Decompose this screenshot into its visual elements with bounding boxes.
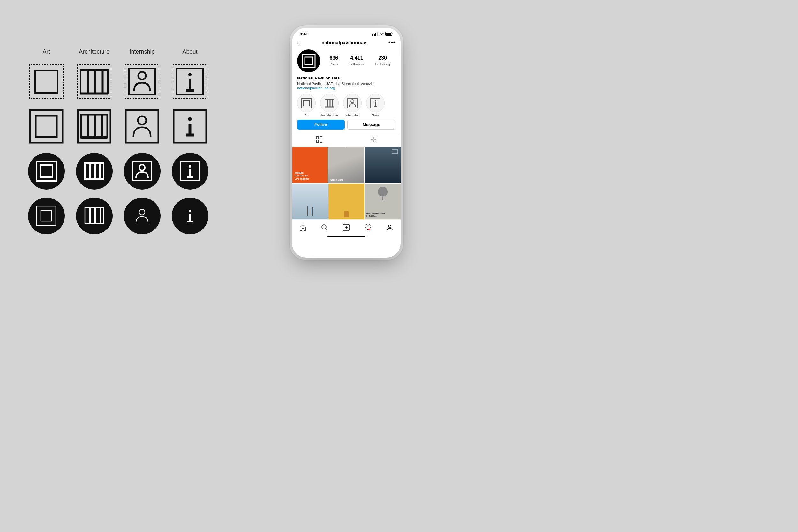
posts-stat: 636 Posts (329, 55, 338, 67)
icon-art-solid (25, 106, 67, 147)
nav-heart[interactable] (362, 223, 375, 232)
tagged-tab[interactable] (346, 133, 401, 147)
label-art: Art (25, 49, 67, 55)
posts-label: Posts (329, 62, 338, 66)
highlight-art[interactable]: Art (297, 94, 316, 117)
more-options-button[interactable]: ••• (388, 39, 396, 46)
icon-architecture-circle-thin (73, 195, 115, 236)
nav-home[interactable] (297, 223, 309, 232)
icon-art-circle-thin (25, 195, 67, 236)
highlight-about-label: About (371, 114, 380, 117)
bottom-nav (292, 219, 401, 234)
icon-row-4-circle-thin (22, 195, 274, 236)
profile-description: National Pavilion UAE - La Biennale di V… (297, 81, 396, 86)
signal-icon (372, 32, 378, 36)
post-wetland[interactable]: Wetland:How Will WeLive Together (292, 147, 328, 183)
post-yellow-person[interactable] (328, 184, 364, 219)
icon-art-circle-bold (25, 150, 67, 192)
followers-stat[interactable]: 4,411 Followers (349, 55, 364, 67)
following-count: 230 (375, 55, 390, 61)
post-wetland-text: Wetland:How Will WeLive Together (294, 171, 325, 180)
post-sky-poles[interactable] (292, 184, 328, 219)
profile-link[interactable]: nationalpavilionuae.org (297, 86, 396, 90)
post-salt-mars-caption: Salt in Mars (330, 179, 362, 181)
profile-header: ‹ nationalpavilionuae ••• (292, 38, 401, 90)
svg-point-51 (189, 210, 191, 212)
phone-container: 9:41 (287, 28, 405, 258)
profile-name: National Pavilion UAE (297, 76, 396, 80)
highlight-internship-label: Internship (345, 114, 359, 117)
icon-about-solid (169, 106, 211, 147)
svg-rect-44 (41, 210, 52, 221)
status-time: 9:41 (300, 32, 308, 36)
home-indicator (292, 234, 401, 239)
svg-point-80 (373, 138, 375, 140)
svg-rect-16 (30, 110, 62, 142)
icon-grid-panel: Art Architecture Internship About (22, 49, 274, 236)
svg-rect-63 (304, 100, 309, 106)
highlight-architecture-label: Architecture (321, 114, 338, 117)
message-button[interactable]: Message (347, 120, 396, 130)
post-grid: Wetland:How Will WeLive Together Salt in… (292, 147, 401, 219)
svg-rect-59 (386, 33, 391, 35)
svg-line-82 (326, 228, 328, 230)
svg-rect-78 (320, 140, 322, 142)
phone-inner: 9:41 (292, 28, 401, 258)
grid-view-tab[interactable] (292, 133, 346, 147)
battery-icon (385, 32, 393, 36)
icon-labels-row: Art Architecture Internship About (22, 49, 274, 55)
label-internship: Internship (121, 49, 163, 55)
svg-point-10 (138, 72, 146, 79)
profile-actions: Follow Message (292, 120, 401, 133)
icon-about-circle-thin (169, 195, 211, 236)
highlight-architecture-circle (320, 94, 339, 112)
svg-rect-8 (125, 65, 159, 99)
icon-internship-pixel (121, 61, 163, 102)
svg-rect-24 (126, 110, 158, 142)
icon-architecture-pixel (73, 61, 115, 102)
highlight-internship[interactable]: Internship (343, 94, 362, 117)
wifi-icon (379, 32, 384, 36)
profile-avatar (297, 50, 320, 73)
svg-rect-62 (302, 98, 311, 108)
svg-point-27 (188, 117, 192, 121)
nav-add[interactable] (340, 223, 353, 232)
icon-art-pixel (25, 61, 67, 102)
nav-profile[interactable] (383, 223, 396, 232)
tag-icon (370, 136, 377, 142)
post-dark-blue[interactable] (365, 147, 401, 183)
post-salt-mars[interactable]: Salt in Mars (328, 147, 364, 183)
svg-rect-30 (36, 161, 56, 181)
svg-rect-17 (36, 116, 57, 137)
icon-about-circle-bold (169, 150, 211, 192)
profile-stats-row: 636 Posts 4,411 Followers 230 Following (297, 50, 396, 73)
svg-rect-77 (316, 140, 319, 142)
following-label: Following (375, 62, 390, 66)
status-icons (372, 32, 393, 36)
phone-mockup: 9:41 (292, 28, 401, 258)
svg-rect-55 (374, 34, 375, 36)
highlight-about[interactable]: About (366, 94, 385, 117)
following-stat[interactable]: 230 Following (375, 55, 390, 67)
icon-internship-circle-thin (121, 195, 163, 236)
icon-about-pixel (169, 61, 211, 102)
nav-search[interactable] (318, 223, 331, 232)
svg-point-40 (189, 165, 191, 168)
icon-row-1-pixel (22, 61, 274, 102)
highlight-internship-circle (343, 94, 362, 112)
profile-username: nationalpavilionuae (321, 40, 366, 45)
svg-point-38 (139, 165, 145, 170)
svg-rect-57 (377, 32, 378, 36)
svg-point-81 (322, 225, 326, 229)
svg-point-25 (138, 116, 146, 125)
follow-button[interactable]: Follow (297, 120, 345, 130)
svg-point-87 (388, 225, 391, 228)
post-plant-species[interactable]: Plant Species FoundIn Sabkhas (365, 184, 401, 219)
icon-internship-circle-bold (121, 150, 163, 192)
back-button[interactable]: ‹ (297, 39, 299, 46)
highlight-about-circle (366, 94, 385, 112)
svg-point-70 (351, 99, 354, 103)
about-highlight-icon (370, 98, 381, 109)
add-icon (343, 224, 350, 231)
highlight-architecture[interactable]: Architecture (320, 94, 339, 117)
